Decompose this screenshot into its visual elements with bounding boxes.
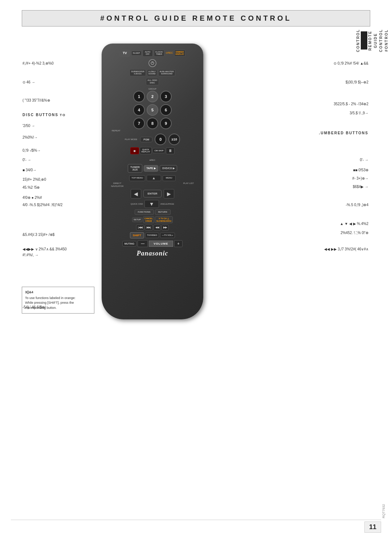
nav-up-button[interactable]: ▲: [147, 175, 161, 181]
vol-plus-button[interactable]: +: [174, 240, 183, 247]
header-title: #ONTROL GUIDE REMOTE CONTROL: [100, 14, 292, 22]
power-row: [105, 59, 200, 67]
num-7-button[interactable]: 7: [133, 118, 145, 129]
skip-prev-button[interactable]: |◀◀: [136, 225, 144, 230]
num-4-button[interactable]: 4: [133, 104, 145, 116]
power-button[interactable]: [148, 59, 156, 67]
tv-video-button[interactable]: TV/VIDEO: [145, 233, 159, 238]
label-tape-left: 45.%2 !5⊕: [23, 185, 40, 190]
label-nav-right: ▲ ▼ ◀ ▶ %.4%2: [340, 221, 368, 226]
label-group-left: '2/50 →: [23, 123, 35, 128]
functions-row: FUNCTIONS RETURN: [105, 209, 200, 215]
label-angle-right: 2%452. !.',% 0!'⊕: [340, 230, 368, 235]
tape-button[interactable]: TAPE ▶: [144, 165, 158, 172]
tuner-aux-button[interactable]: TUNER/AUX: [128, 164, 142, 173]
pgm-button[interactable]: PGM: [140, 137, 152, 142]
bottom-divider: [11, 520, 381, 520]
transport-row-1: ■ QUICKREPLAY CM SKIP ⏸: [105, 147, 200, 154]
label-bottom-skip-left: ◀◀▶▶ ∨ 2%7∧ && 3%450: [23, 247, 67, 251]
nav-right-button[interactable]: ▶: [164, 189, 174, 199]
source-row: TUNER/AUX TAPE ▶ DVD/CD ▶: [105, 164, 200, 173]
stop-button[interactable]: ■: [130, 147, 139, 154]
fwd-button[interactable]: ▶▶: [162, 225, 169, 230]
label-menu-right: -%.5 0,!9 ,)⊕4: [346, 202, 368, 207]
nav-down-button[interactable]: ▼: [144, 200, 159, 208]
num-5-button[interactable]: 5: [147, 104, 158, 116]
label-zero-right: 0'- →: [360, 158, 368, 162]
pgm-row: PLAY MODE PGM 0 ≥10: [125, 134, 180, 145]
return-button[interactable]: RETURN: [155, 209, 171, 215]
label-repeat-left: 2%0%!→: [23, 135, 38, 140]
num-9-button[interactable]: 9: [160, 118, 172, 129]
number-grid: 1 2 3 4 5 6 7 8 9: [133, 91, 172, 129]
all-disc-button[interactable]: ALL DISCDISC: [146, 78, 159, 85]
pause-button[interactable]: ⏸: [166, 147, 175, 154]
cm-skip-button[interactable]: CM SKIP: [152, 148, 165, 153]
num-8-button[interactable]: 8: [147, 118, 158, 129]
muting-button[interactable]: MUTING: [122, 241, 137, 246]
cancel-v-rew-button[interactable]: CANCELV/REW: [143, 216, 154, 223]
label-play-mode-left: 0,!9 -/$%→: [23, 148, 41, 153]
skip-next-button[interactable]: ▶▶|: [145, 225, 153, 230]
label-bottom-skip-left2: #!.#%/, →: [23, 253, 38, 257]
top-button-row: TV SLEEP AUTOOFF CLOCK/TIMER ⊙REC DIMMER…: [105, 49, 200, 57]
enter-button[interactable]: ENTER: [143, 190, 161, 197]
label-stop-left: ■ 34/0→: [23, 168, 36, 172]
play-list-label: PLAY LIST: [183, 182, 194, 187]
top-menu-row: TOP MENU ▲ MENU: [105, 175, 200, 181]
remote-body: TV SLEEP AUTOOFF CLOCK/TIMER ⊙REC DIMMER…: [102, 44, 203, 319]
tv-button[interactable]: TV: [119, 49, 130, 57]
num-1-button[interactable]: 1: [133, 91, 145, 102]
shift-row: SHIFT TV/VIDEO —TV VOL+: [105, 232, 200, 238]
repeat-label: REPEAT: [112, 130, 121, 132]
top-menu-button[interactable]: TOP MENU: [129, 175, 145, 181]
num-6-button[interactable]: 6: [160, 104, 172, 116]
setup-button[interactable]: SETUP: [132, 217, 142, 222]
label-power-right: $)30,!9 $)--⊕2: [346, 80, 368, 85]
vol-row: MUTING — VOLUME +: [122, 240, 183, 247]
num-3-button[interactable]: 3: [160, 91, 172, 102]
tv-vol-button[interactable]: —TV VOL+: [160, 233, 175, 238]
shift-button[interactable]: SHIFT: [130, 232, 144, 238]
label-power-left: ⊙ 46 →: [23, 80, 35, 85]
skip-row: |◀◀ ▶▶| ◀◀ ▶▶: [136, 225, 169, 230]
play-mode-label: PLAY MODE: [125, 138, 137, 140]
sleep-button[interactable]: SLEEP: [131, 51, 142, 56]
vol-minus-button[interactable]: —: [138, 240, 148, 247]
a-only-button[interactable]: A.ONLYSOUND: [147, 69, 157, 76]
nav-left-button[interactable]: ◀: [131, 189, 141, 199]
dimmer-display-button[interactable]: DIMMERDISPLAY: [174, 50, 185, 57]
num-10plus-button[interactable]: ≥10: [168, 134, 180, 145]
nav-row: ◀ ENTER ▶: [131, 189, 174, 199]
side-black-bar: [361, 32, 367, 50]
clock-timer-button[interactable]: CLOCK/TIMER: [154, 50, 164, 57]
sound-row: SUBWOOFERH.BASS A.ONLYSOUND M.RE-MASTERS…: [105, 69, 200, 76]
label-dvd-right: $6$#▶ →: [353, 184, 368, 189]
quick-replay-button[interactable]: QUICKREPLAY: [140, 147, 152, 154]
direct-nav-row: DIRECTNAVIGATOR PLAY LIST: [105, 182, 200, 187]
page-container: #ONTROL GUIDE REMOTE CONTROL CONTROL REM…: [0, 0, 392, 540]
auto-off-button[interactable]: AUTOOFF: [143, 50, 153, 57]
label-group-right2: 3/5.$ !/.,9→: [350, 111, 368, 115]
rqt-number: RQT7932: [382, 504, 385, 518]
label-top-menu-left1: 4!0⊕ ● 2%#: [23, 195, 42, 200]
num-2-button[interactable]: 2: [147, 91, 158, 102]
group-label: GROUP: [148, 88, 156, 90]
v-tv-ch-button[interactable]: V TV CH △SLOW/SEARCH: [155, 216, 173, 223]
functions-button[interactable]: FUNCTIONS: [135, 209, 154, 215]
label-numbered-buttons: .UMBERED BUTTONS: [319, 131, 368, 135]
quick-osd-label: QUICK OSD: [131, 203, 143, 205]
rec-row: ●REC: [150, 156, 155, 162]
angle-page-label: ANGLE/PAGE: [160, 203, 174, 205]
m-re-master-button[interactable]: M.RE-MASTERSURROUND: [158, 69, 175, 76]
osd-row: QUICK OSD ▼ ANGLE/PAGE: [131, 200, 174, 208]
label-top-left-1: #,/#+ 4)-%2 3,⊕%0: [23, 61, 54, 66]
rew-button[interactable]: ◀◀: [154, 225, 161, 230]
num-0-button[interactable]: 0: [155, 134, 166, 145]
label-disc-buttons: DISC BUTTONSTO: [23, 112, 66, 118]
label-pause-right: ■■ 0!53⊕: [353, 168, 368, 172]
dvd-cd-button[interactable]: DVD/CD ▶: [160, 165, 177, 172]
menu-button[interactable]: MENU: [163, 175, 176, 181]
subwoofer-button[interactable]: SUBWOOFERH.BASS: [130, 69, 146, 76]
label-top-menu-left2: 4/0 -%.5 $)2%#4 .!6)'!4/2: [23, 202, 62, 207]
